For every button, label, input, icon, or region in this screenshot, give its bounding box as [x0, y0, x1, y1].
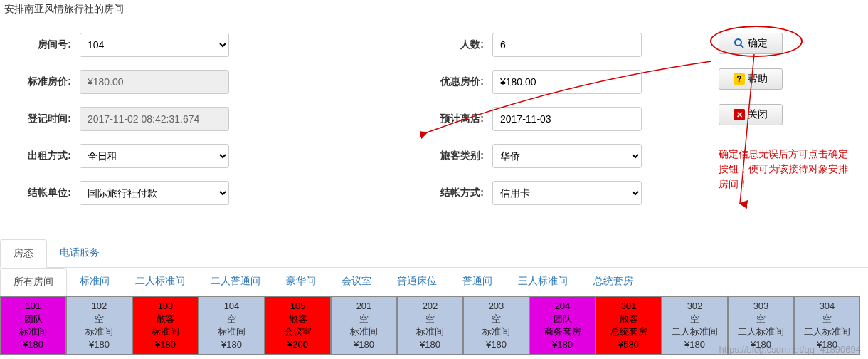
- checkin-time-label: 登记时间:: [0, 113, 71, 125]
- checkout-date-label: 预计离店:: [413, 113, 484, 125]
- room-status: 空: [492, 313, 501, 326]
- room-status: 散客: [289, 313, 307, 326]
- room-price: ¥180: [221, 338, 242, 351]
- room-price: ¥180: [354, 338, 374, 351]
- room-status: 空: [95, 313, 104, 326]
- room-type: 标准间: [482, 326, 510, 338]
- room-no: 302: [687, 300, 703, 313]
- room-status: 空: [690, 313, 699, 326]
- room-price: ¥200: [287, 338, 308, 351]
- svg-line-1: [741, 45, 743, 48]
- room-card[interactable]: 203空标准间¥180: [463, 296, 529, 355]
- room-card[interactable]: 204团队商务套房¥180: [529, 296, 596, 355]
- room-type: 总统套房: [610, 326, 647, 338]
- help-button-label: 帮助: [748, 73, 768, 85]
- room-type-tab-7[interactable]: 普通间: [450, 268, 505, 296]
- room-no: 103: [158, 300, 174, 313]
- rent-mode-label: 出租方式:: [0, 150, 71, 162]
- room-no: 202: [423, 300, 438, 313]
- tab-1[interactable]: 电话服务: [47, 239, 112, 267]
- people-label: 人数:: [413, 38, 484, 51]
- close-icon: ✕: [734, 109, 745, 120]
- room-card[interactable]: 105散客会议室¥200: [265, 296, 331, 355]
- room-no: 304: [820, 300, 835, 313]
- room-card[interactable]: 201空标准间¥180: [331, 296, 397, 355]
- room-type: 标准间: [218, 326, 245, 338]
- room-no: 105: [290, 300, 306, 313]
- room-card[interactable]: 103散客标准间¥180: [132, 296, 199, 355]
- room-no: 204: [555, 300, 571, 313]
- room-status: 空: [756, 313, 766, 326]
- room-no-label: 房间号:: [0, 38, 71, 51]
- room-card[interactable]: 301散客总统套房¥580: [596, 296, 662, 355]
- close-button[interactable]: ✕ 关闭: [719, 104, 783, 125]
- room-status: 空: [822, 313, 832, 326]
- bill-unit-label: 结帐单位:: [0, 187, 71, 199]
- room-type-tab-8[interactable]: 三人标准间: [505, 268, 581, 296]
- help-button[interactable]: ? 帮助: [719, 68, 783, 90]
- room-type-tab-9[interactable]: 总统套房: [581, 268, 646, 296]
- rent-mode-select[interactable]: 全日租: [80, 144, 229, 168]
- main-tabs: 房态电话服务: [0, 239, 868, 268]
- bill-mode-select[interactable]: 信用卡: [492, 181, 642, 205]
- room-card[interactable]: 302空二人标准间¥180: [662, 296, 728, 355]
- room-type-tab-2[interactable]: 二人标准间: [122, 268, 198, 296]
- room-status: 散客: [157, 313, 175, 326]
- confirm-button-label: 确定: [748, 37, 768, 50]
- room-type: 标准间: [152, 326, 179, 338]
- room-card[interactable]: 104空标准间¥180: [199, 296, 265, 355]
- room-card[interactable]: 202空标准间¥180: [397, 296, 463, 355]
- close-button-label: 关闭: [748, 108, 768, 121]
- checkin-time-input: [80, 107, 229, 131]
- std-price-input: [80, 70, 229, 94]
- search-icon: [734, 38, 745, 49]
- svg-point-0: [735, 39, 741, 46]
- room-price: ¥180: [486, 338, 507, 351]
- help-icon: ?: [734, 73, 745, 85]
- room-type-tab-1[interactable]: 标准间: [67, 268, 122, 296]
- room-type-tabs: 所有房间标准间二人标准间二人普通间豪华间会议室普通床位普通间三人标准间总统套房: [0, 268, 868, 296]
- room-card[interactable]: 101团队标准间¥180: [0, 296, 66, 355]
- room-type: 会议室: [284, 326, 312, 338]
- room-type: 标准间: [350, 326, 378, 338]
- room-no: 303: [753, 300, 769, 313]
- people-input[interactable]: [492, 33, 642, 57]
- bill-unit-select[interactable]: 国际旅行社付款: [80, 181, 229, 205]
- room-price: ¥180: [23, 338, 43, 351]
- room-price: ¥180: [684, 338, 705, 351]
- room-status: 团队: [554, 313, 572, 326]
- checkout-date-input[interactable]: [492, 107, 642, 131]
- room-status: 空: [359, 313, 369, 326]
- confirm-button[interactable]: 确定: [719, 33, 783, 54]
- room-type-tab-5[interactable]: 会议室: [329, 268, 384, 296]
- room-type: 二人标准间: [672, 326, 718, 338]
- room-type: 标准间: [416, 326, 444, 338]
- room-no: 201: [356, 300, 372, 313]
- room-price: ¥180: [155, 338, 176, 351]
- room-no: 101: [26, 300, 41, 313]
- room-no: 104: [224, 300, 240, 313]
- disc-price-input[interactable]: [492, 70, 642, 94]
- std-price-label: 标准房价:: [0, 76, 71, 88]
- annotation-text: 确定信息无误后方可点击确定按钮，便可为该接待对象安排房间！: [719, 147, 854, 192]
- room-status: 团队: [24, 313, 43, 326]
- room-type-tab-4[interactable]: 豪华间: [273, 268, 329, 296]
- room-no: 102: [92, 300, 107, 313]
- room-type: 商务套房: [544, 326, 581, 338]
- watermark: https://blog.csdn.net/qq_41890694: [719, 344, 862, 355]
- guest-type-select[interactable]: 华侨: [492, 144, 642, 168]
- room-type-tab-6[interactable]: 普通床位: [384, 268, 450, 296]
- room-type-tab-0[interactable]: 所有房间: [0, 268, 67, 296]
- guest-type-label: 旅客类别:: [413, 150, 484, 162]
- room-type: 二人标准间: [804, 326, 850, 338]
- room-type-tab-3[interactable]: 二人普通间: [198, 268, 273, 296]
- room-price: ¥180: [420, 338, 440, 351]
- room-card[interactable]: 102空标准间¥180: [66, 296, 132, 355]
- room-type: 二人标准间: [738, 326, 784, 338]
- tab-0[interactable]: 房态: [0, 239, 47, 268]
- disc-price-label: 优惠房价:: [413, 76, 484, 88]
- room-status: 散客: [620, 313, 638, 326]
- page-title: 安排南亚风情旅行社的房间: [0, 0, 868, 19]
- room-status: 空: [227, 313, 236, 326]
- room-no-select[interactable]: 104: [80, 33, 229, 57]
